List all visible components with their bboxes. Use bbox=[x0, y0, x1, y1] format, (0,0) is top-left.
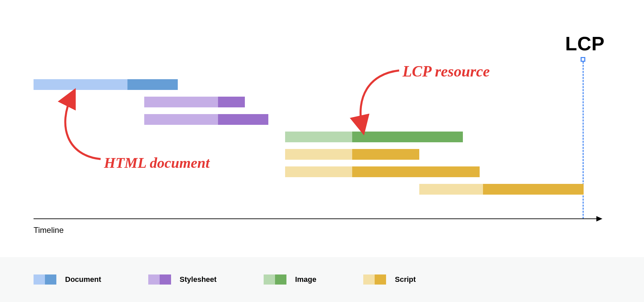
legend-swatch-icon bbox=[34, 274, 56, 285]
waterfall-bar-script bbox=[419, 184, 584, 195]
timeline-axis bbox=[34, 218, 597, 219]
diagram-canvas: LCP Timeline HTML document LCP resource … bbox=[0, 0, 644, 302]
waterfall-bar-script bbox=[285, 149, 419, 160]
waterfall-bar-stylesheet bbox=[144, 114, 268, 125]
legend-item-image: Image bbox=[264, 274, 317, 285]
legend-label: Script bbox=[395, 275, 416, 284]
legend-item-stylesheet: Stylesheet bbox=[148, 274, 217, 285]
waterfall-bar-stylesheet bbox=[144, 97, 245, 107]
timeline-label: Timeline bbox=[34, 225, 64, 235]
waterfall-bar-document bbox=[34, 79, 178, 90]
legend-swatch-icon bbox=[148, 274, 171, 285]
legend-swatch-icon bbox=[264, 274, 286, 285]
lcp-marker-icon bbox=[581, 57, 585, 62]
timeline-arrow-icon bbox=[596, 216, 602, 221]
legend-label: Document bbox=[65, 275, 101, 284]
lcp-heading: LCP bbox=[565, 32, 605, 55]
legend-item-script: Script bbox=[363, 274, 416, 285]
legend-label: Image bbox=[295, 275, 317, 284]
annotation-arrow-html-doc-icon bbox=[54, 92, 127, 162]
legend-label: Stylesheet bbox=[180, 275, 217, 284]
lcp-marker-line bbox=[583, 62, 584, 219]
waterfall-bar-script bbox=[285, 166, 480, 177]
legend-swatch-icon bbox=[363, 274, 386, 285]
annotation-arrow-lcp-resource-icon bbox=[349, 67, 416, 134]
legend: DocumentStylesheetImageScript bbox=[0, 257, 644, 302]
legend-item-document: Document bbox=[34, 274, 101, 285]
